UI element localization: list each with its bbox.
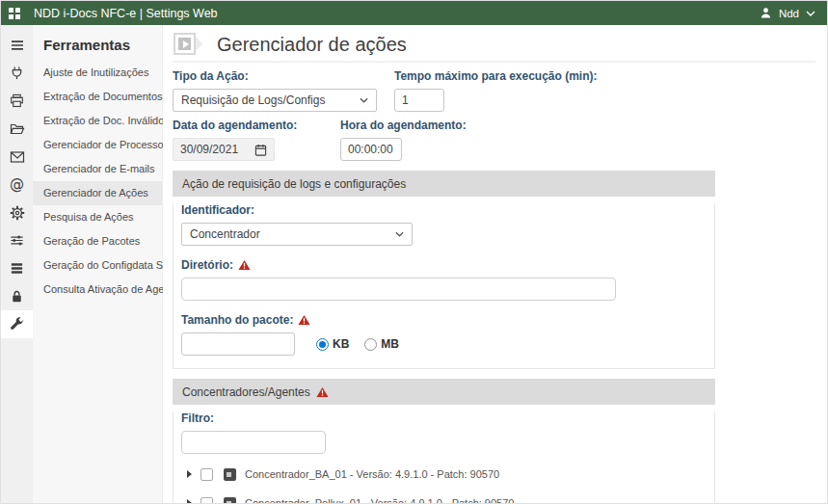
user-name: Ndd: [779, 8, 799, 19]
sidebar-item-geracao-pacotes[interactable]: Geração de Pacotes: [33, 229, 162, 253]
tempo-maximo-label: Tempo máximo para execução (min):: [394, 69, 598, 83]
identificador-select[interactable]: Concentrador: [181, 223, 413, 246]
logs-configs-section-header: Ação de requisição de logs e configuraçõ…: [173, 171, 715, 197]
main-content: Gerenciador de ações Tipo da Ação: Requi…: [163, 25, 827, 504]
hora-agendamento-input[interactable]: [340, 138, 402, 161]
data-agendamento-label: Data do agendamento:: [173, 119, 340, 132]
sidebar-item-consulta-ativacao-agente[interactable]: Consulta Ativação de Agente: [33, 278, 162, 302]
app-window: NDD i-Docs NFC-e | Settings Web Ndd: [0, 0, 828, 504]
agents-section: Concentradores/Agentes Filtro: Concentra…: [173, 379, 715, 504]
sidebar-item-ajuste-inutilizacoes[interactable]: Ajuste de Inutilizações: [33, 61, 162, 85]
sidebar: Ferramentas Ajuste de Inutilizações Extr…: [33, 25, 163, 504]
tamanho-pacote-label: Tamanho do pacote:: [181, 313, 293, 327]
sidebar-item-gerenciador-processos[interactable]: Gerenciador de Processos: [33, 133, 162, 157]
agents-tree: Concentrador_BA_01 - Versão: 4.9.1.0 - P…: [181, 465, 705, 504]
warning-icon: [238, 259, 251, 271]
sidebar-item-gerenciador-emails[interactable]: Gerenciador de E-mails: [33, 157, 162, 181]
diretorio-label-row: Diretório:: [181, 258, 705, 272]
sidebar-item-gerenciador-acoes[interactable]: Gerenciador de Ações: [33, 181, 162, 205]
sidebar-title: Ferramentas: [33, 35, 162, 61]
chevron-down-icon: [395, 231, 404, 237]
user-menu[interactable]: Ndd: [760, 7, 815, 19]
tipo-acao-selected-value: Requisição de Logs/Configs: [181, 93, 325, 107]
concentrator-icon: [224, 497, 236, 504]
hora-agendamento-label: Hora do agendamento:: [340, 119, 467, 132]
tamanho-pacote-label-row: Tamanho do pacote:: [181, 313, 705, 327]
wrench-icon[interactable]: [1, 310, 33, 338]
expand-arrow-icon[interactable]: [187, 470, 192, 478]
chevron-down-icon: [806, 11, 815, 16]
action-manager-icon: [173, 32, 205, 57]
topbar: NDD i-Docs NFC-e | Settings Web Ndd: [1, 1, 827, 25]
warning-icon: [316, 386, 329, 398]
sidebar-item-geracao-configdata-sat[interactable]: Geração do Configdata SAT: [33, 253, 162, 278]
tipo-acao-select[interactable]: Requisição de Logs/Configs: [173, 89, 377, 112]
folder-open-icon[interactable]: [1, 115, 33, 143]
filtro-label: Filtro:: [181, 411, 705, 425]
tempo-maximo-input[interactable]: [394, 89, 444, 112]
mb-radio[interactable]: [364, 338, 377, 351]
kb-radio-label: KB: [333, 337, 349, 351]
radio-option-kb[interactable]: KB: [316, 337, 349, 351]
radio-option-mb[interactable]: MB: [364, 337, 399, 351]
sidebar-item-extracao-documentos[interactable]: Extração de Documentos: [33, 85, 162, 109]
tamanho-pacote-input[interactable]: [181, 332, 295, 356]
printer-icon[interactable]: [1, 87, 33, 115]
data-agendamento-input[interactable]: 30/09/2021: [173, 138, 275, 161]
concentrator-icon: [224, 468, 236, 481]
app-launcher-icon[interactable]: [9, 8, 20, 19]
menu-icon[interactable]: [1, 31, 33, 59]
chevron-down-icon: [360, 97, 368, 103]
filtro-input[interactable]: [181, 431, 326, 454]
server-list-icon[interactable]: [1, 254, 33, 282]
diretorio-input[interactable]: [181, 278, 616, 301]
agent-checkbox[interactable]: [200, 497, 213, 504]
app-title: NDD i-Docs NFC-e | Settings Web: [34, 7, 218, 20]
at-sign-icon[interactable]: @: [1, 171, 33, 199]
data-agendamento-value: 30/09/2021: [180, 143, 238, 156]
logs-configs-section: Ação de requisição de logs e configuraçõ…: [173, 171, 715, 369]
sliders-icon[interactable]: [1, 226, 33, 254]
agents-section-header: Concentradores/Agentes: [173, 379, 715, 405]
sidebar-item-extracao-doc-invalidos[interactable]: Extração de Doc. Inválidos: [33, 109, 162, 133]
calendar-icon[interactable]: [254, 144, 267, 156]
sidebar-item-pesquisa-acoes[interactable]: Pesquisa de Ações: [33, 205, 162, 229]
agent-label: Concentrador_Pollux_01 - Versão: 4.9.1.0…: [245, 497, 514, 504]
agent-tree-row: Concentrador_Pollux_01 - Versão: 4.9.1.0…: [181, 494, 705, 504]
page-title: Gerenciador de ações: [217, 34, 407, 56]
lock-icon[interactable]: [1, 282, 33, 310]
identificador-label: Identificador:: [181, 203, 705, 217]
envelope-icon[interactable]: [1, 143, 33, 171]
tipo-acao-label: Tipo da Ação:: [173, 69, 377, 83]
agents-section-title: Concentradores/Agentes: [182, 385, 310, 399]
agent-checkbox[interactable]: [200, 468, 213, 481]
warning-icon: [298, 314, 310, 326]
logs-configs-section-title: Ação de requisição de logs e configuraçõ…: [182, 177, 406, 191]
user-icon: [760, 7, 772, 19]
diretorio-label: Diretório:: [181, 258, 233, 272]
plug-icon[interactable]: [1, 59, 33, 87]
kb-radio[interactable]: [316, 338, 329, 351]
agent-tree-row: Concentrador_BA_01 - Versão: 4.9.1.0 - P…: [181, 465, 705, 483]
expand-arrow-icon[interactable]: [187, 499, 192, 504]
gear-icon[interactable]: [1, 199, 33, 226]
mb-radio-label: MB: [381, 337, 399, 351]
icon-rail: @: [1, 25, 33, 504]
agent-label: Concentrador_BA_01 - Versão: 4.9.1.0 - P…: [245, 468, 499, 480]
identificador-selected-value: Concentrador: [190, 227, 260, 241]
